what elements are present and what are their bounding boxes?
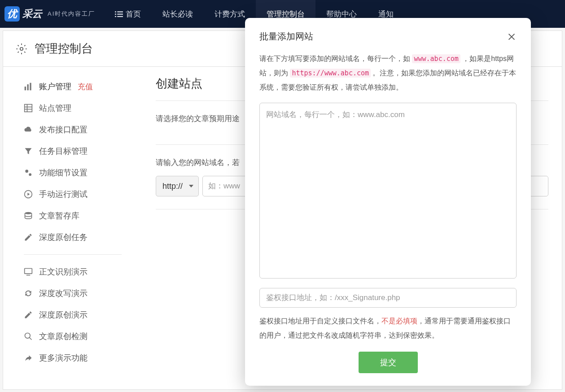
- svg-rect-8: [27, 84, 29, 90]
- sidebar-label: 深度改写演示: [39, 288, 88, 299]
- cogs-icon: [24, 168, 33, 177]
- nav-label: 首页: [126, 9, 141, 19]
- example-https-code: https://www.abc.com: [290, 69, 371, 78]
- sidebar-label: 更多演示功能: [39, 353, 88, 363]
- svg-point-20: [25, 333, 31, 339]
- optional-note: 不是必填项: [381, 317, 417, 325]
- svg-rect-2: [115, 14, 116, 15]
- sidebar-item-settings[interactable]: 功能细节设置: [3, 162, 142, 183]
- nav-home[interactable]: 首页: [104, 0, 152, 28]
- edit-icon: [24, 233, 33, 242]
- sidebar-label: 账户管理: [39, 81, 71, 92]
- nav-label: 站长必读: [162, 9, 193, 19]
- play-icon: [24, 190, 33, 199]
- svg-rect-3: [118, 14, 123, 15]
- nav-label: 计费方式: [215, 9, 245, 19]
- svg-rect-7: [25, 87, 26, 90]
- sidebar-demo-rewrite[interactable]: 深度改写演示: [3, 283, 142, 304]
- sidebar-demo-recognize[interactable]: 正文识别演示: [3, 261, 142, 283]
- sidebar-item-manual[interactable]: 手动运行测试: [3, 183, 142, 205]
- database-icon: [24, 211, 33, 220]
- example-domain-code: www.abc.com: [412, 54, 460, 63]
- svg-point-17: [25, 212, 32, 214]
- logo-text: 采云: [22, 7, 42, 21]
- domains-textarea[interactable]: [259, 103, 517, 279]
- svg-rect-5: [118, 16, 123, 17]
- sidebar-item-tasks[interactable]: 任务目标管理: [3, 140, 142, 162]
- sidebar-item-account[interactable]: 账户管理 充值: [3, 76, 142, 97]
- gear-icon: [16, 43, 27, 55]
- sidebar-item-sites[interactable]: 站点管理: [3, 97, 142, 119]
- edit-icon: [24, 310, 33, 319]
- close-button[interactable]: [507, 32, 517, 42]
- sidebar-item-deep[interactable]: 深度原创任务: [3, 226, 142, 248]
- sidebar-label: 功能细节设置: [39, 167, 88, 178]
- logo[interactable]: 优 采云 AI时代内容工厂: [4, 6, 95, 22]
- modal-note: 鉴权接口地址用于自定义接口文件名，不是必填项，通常用于需要通用鉴权接口的用户，通…: [259, 314, 517, 343]
- filter-icon: [24, 147, 33, 156]
- chart-icon: [24, 82, 33, 91]
- sidebar-demo-more[interactable]: 更多演示功能: [3, 347, 142, 369]
- sidebar-label: 发布接口配置: [39, 124, 88, 135]
- grid-icon: [24, 104, 33, 113]
- svg-rect-9: [30, 83, 31, 91]
- svg-point-14: [25, 170, 28, 173]
- modal-title: 批量添加网站: [259, 30, 313, 43]
- auth-url-input[interactable]: [259, 288, 517, 308]
- sidebar-item-publish[interactable]: 发布接口配置: [3, 119, 142, 140]
- list-icon: [115, 11, 123, 17]
- sidebar-label: 文章原创检测: [39, 331, 88, 342]
- svg-point-6: [20, 47, 23, 50]
- svg-rect-0: [115, 11, 116, 12]
- sidebar-label: 手动运行测试: [39, 189, 88, 200]
- sidebar-label: 任务目标管理: [39, 146, 88, 157]
- nav-webmaster[interactable]: 站长必读: [152, 0, 204, 28]
- sidebar-label: 正文识别演示: [39, 266, 88, 277]
- svg-rect-18: [25, 269, 32, 274]
- svg-line-21: [30, 338, 32, 340]
- cloud-icon: [24, 125, 33, 134]
- recharge-badge: 充值: [78, 82, 93, 92]
- sidebar-item-storage[interactable]: 文章暂存库: [3, 205, 142, 226]
- sidebar-label: 文章暂存库: [39, 210, 79, 221]
- logo-badge: 优: [4, 6, 20, 22]
- sidebar: 账户管理 充值 站点管理 发布接口配置 任务目标管理 功能细节设置 手动运: [3, 67, 142, 389]
- refresh-icon: [24, 289, 33, 298]
- share-icon: [24, 353, 33, 362]
- panel-title: 管理控制台: [35, 41, 93, 57]
- batch-add-modal: 批量添加网站 请在下方填写要添加的网站域名，每行一个，如 www.abc.com…: [245, 18, 531, 386]
- protocol-select[interactable]: http://: [156, 176, 199, 196]
- search-icon: [24, 332, 33, 341]
- svg-rect-4: [115, 16, 116, 17]
- sidebar-label: 站点管理: [39, 103, 71, 113]
- monitor-icon: [24, 267, 33, 276]
- submit-button[interactable]: 提交: [359, 352, 418, 373]
- modal-description: 请在下方填写要添加的网站域名，每行一个，如 www.abc.com ，如果是ht…: [259, 52, 517, 95]
- sidebar-demo-original[interactable]: 深度原创演示: [3, 304, 142, 326]
- sidebar-demo-detect[interactable]: 文章原创检测: [3, 326, 142, 347]
- svg-point-15: [29, 173, 31, 176]
- sidebar-label: 深度原创演示: [39, 309, 88, 320]
- sidebar-label: 深度原创任务: [39, 232, 88, 243]
- svg-rect-1: [118, 11, 123, 12]
- logo-subtitle: AI时代内容工厂: [48, 10, 95, 18]
- close-icon: [507, 32, 517, 42]
- svg-rect-10: [25, 105, 32, 112]
- sidebar-divider: [24, 254, 122, 255]
